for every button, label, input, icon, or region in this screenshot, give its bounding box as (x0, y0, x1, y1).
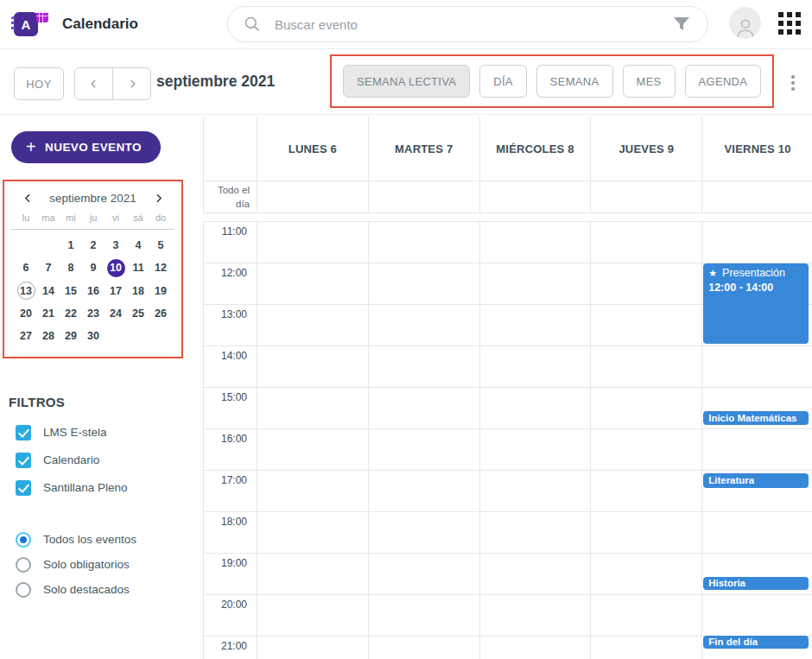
week-day-header-row: LUNES 6MARTES 7MIÉRCOLES 8JUEVES 9VIERNE… (203, 117, 812, 181)
hour-label: 18:00 (204, 516, 247, 528)
radio-icon[interactable] (16, 532, 31, 548)
mini-dow-vi: vi (105, 212, 127, 223)
filter-radio-list: Todos los eventosSolo obligatoriosSolo d… (16, 531, 136, 606)
mini-day-30[interactable]: 30 (82, 325, 105, 347)
event-title: Inicio Matemáticas (708, 413, 796, 423)
mini-day-20[interactable]: 20 (15, 302, 37, 325)
mini-day-8[interactable]: 8 (60, 257, 82, 279)
event-historia[interactable]: Historia (703, 577, 809, 590)
hour-row-14-00: 14:00 (204, 345, 812, 387)
mini-day-11[interactable]: 11 (127, 257, 149, 279)
mini-day-1[interactable]: 1 (60, 234, 82, 257)
mini-day-12[interactable]: 12 (149, 257, 172, 279)
search-icon (244, 16, 261, 33)
day-header-lunes-6: LUNES 6 (257, 117, 368, 181)
radio-icon[interactable] (16, 557, 31, 573)
checkbox-icon[interactable] (16, 480, 31, 496)
mini-day-label: 27 (17, 327, 35, 345)
mini-day-label: 4 (130, 237, 148, 255)
day-header-jueves-9: JUEVES 9 (590, 117, 701, 181)
mini-day-2[interactable]: 2 (82, 234, 105, 257)
mini-day-24[interactable]: 24 (105, 302, 127, 325)
week-time-grid: 11:0012:0013:0014:0015:0016:0017:0018:00… (203, 221, 812, 659)
view-button-semana[interactable]: SEMANA (536, 65, 613, 98)
mini-day-label: 28 (40, 327, 58, 345)
mini-day-23[interactable]: 23 (82, 302, 105, 325)
event-fin-del-dia[interactable]: Fin del día (703, 636, 809, 649)
mini-next-button[interactable] (151, 191, 165, 205)
mini-calendar-header: septiembre 2021 (4, 181, 181, 205)
radio-icon[interactable] (16, 582, 31, 598)
mini-day-label: 5 (152, 237, 170, 255)
event-inicio-matematicas[interactable]: Inicio Matemáticas (703, 411, 809, 425)
hour-label: 12:00 (204, 267, 247, 279)
hour-label: 17:00 (204, 474, 247, 486)
mini-day-16[interactable]: 16 (82, 280, 105, 302)
event-time-range: 12:00 - 14:00 (708, 282, 803, 294)
hour-label: 21:00 (204, 640, 247, 652)
filters-heading: FILTROS (9, 395, 65, 409)
view-button-semana-lectiva[interactable]: SEMANA LECTIVA (343, 65, 470, 98)
mini-day-27[interactable]: 27 (15, 325, 37, 347)
checkbox-icon[interactable] (16, 425, 31, 440)
filter-funnel-icon[interactable] (671, 14, 692, 35)
app-launcher-icon[interactable] (778, 12, 801, 35)
top-bar: A Calendario (0, 0, 812, 49)
search-bar[interactable] (227, 6, 708, 42)
event-title: Literatura (708, 475, 754, 485)
filter-checkbox-list: LMS E-stelaCalendarioSantillana Pleno (16, 424, 128, 507)
mini-day-19[interactable]: 19 (149, 280, 172, 302)
mini-day-label: 20 (17, 305, 35, 323)
mini-day-7[interactable]: 7 (37, 257, 60, 279)
next-button[interactable] (113, 68, 150, 99)
mini-day-6[interactable]: 6 (15, 257, 37, 279)
mini-day-18[interactable]: 18 (127, 280, 149, 302)
mini-day-label: 13 (17, 282, 35, 300)
mini-day-label: 22 (62, 305, 80, 323)
view-button-mes[interactable]: MES (623, 65, 676, 98)
current-month-title: septiembre 2021 (156, 73, 275, 91)
mini-day-28[interactable]: 28 (37, 325, 60, 347)
hour-row-11-00: 11:00 (204, 221, 812, 263)
event-literatura[interactable]: Literatura (703, 473, 809, 488)
view-button-agenda[interactable]: AGENDA (685, 65, 762, 98)
day-header-martes-7: MARTES 7 (368, 117, 479, 181)
mini-day-22[interactable]: 22 (60, 302, 82, 325)
mini-day-5[interactable]: 5 (149, 234, 172, 257)
prev-button[interactable] (75, 68, 113, 99)
mini-day-empty (105, 325, 127, 347)
mini-day-10[interactable]: 10 (105, 257, 127, 279)
mini-day-25[interactable]: 25 (127, 302, 149, 325)
checkbox-icon[interactable] (16, 453, 31, 468)
filter-radio-solo-obligatorios[interactable]: Solo obligatorios (16, 556, 136, 573)
event-presentacion[interactable]: ★Presentación12:00 - 14:00 (703, 263, 809, 344)
filter-checkbox-santillana-pleno[interactable]: Santillana Pleno (16, 479, 128, 496)
view-button-dia[interactable]: DÍA (479, 65, 527, 98)
mini-day-21[interactable]: 21 (37, 302, 60, 325)
filter-radio-todos-los-eventos[interactable]: Todos los eventos (16, 531, 136, 548)
mini-day-9[interactable]: 9 (82, 257, 105, 279)
filter-checkbox-calendario[interactable]: Calendario (16, 452, 128, 468)
mini-day-4[interactable]: 4 (127, 234, 149, 257)
mini-day-29[interactable]: 29 (60, 325, 82, 347)
mini-day-15[interactable]: 15 (60, 280, 82, 302)
user-avatar[interactable] (729, 7, 761, 39)
mini-day-14[interactable]: 14 (37, 280, 60, 302)
mini-day-17[interactable]: 17 (105, 280, 127, 302)
mini-day-label: 3 (107, 237, 125, 255)
filter-radio-solo-destacados[interactable]: Solo destacados (16, 581, 136, 598)
calendar-toolbar: HOY septiembre 2021 SEMANA LECTIVADÍASEM… (0, 50, 812, 115)
grid-column-line (590, 181, 591, 212)
search-input[interactable] (275, 17, 671, 32)
new-event-button[interactable]: + NUEVO EVENTO (11, 131, 161, 163)
mini-day-13[interactable]: 13 (15, 280, 37, 302)
filter-checkbox-lms-e-stela[interactable]: LMS E-stela (16, 424, 128, 440)
mini-prev-button[interactable] (21, 191, 35, 205)
more-options-kebab-icon[interactable] (783, 70, 803, 96)
sidebar: + NUEVO EVENTO septiembre 2021 lumamijuv… (0, 115, 203, 659)
chevron-left-icon (22, 193, 34, 204)
mini-day-3[interactable]: 3 (105, 234, 127, 257)
chevron-right-icon (153, 193, 164, 204)
mini-day-26[interactable]: 26 (149, 302, 172, 325)
today-button[interactable]: HOY (14, 67, 64, 100)
